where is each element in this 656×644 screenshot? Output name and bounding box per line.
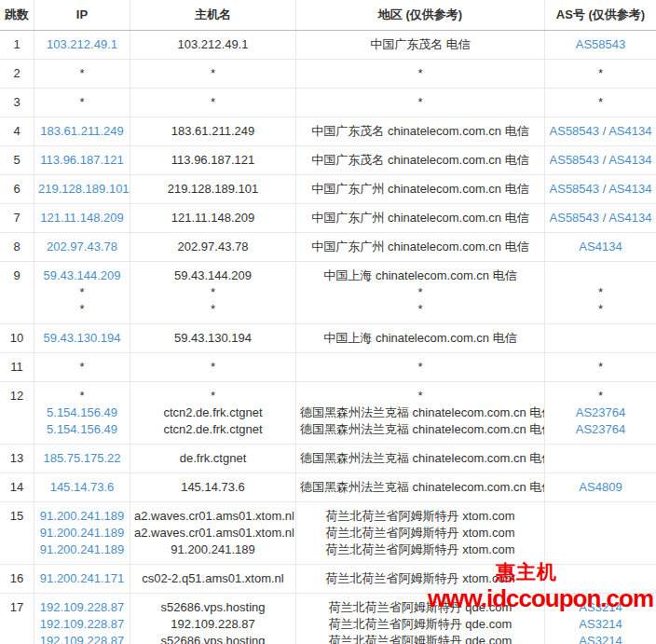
host-text: 202.97.43.78 — [178, 240, 249, 253]
table-row: 17192.109.228.87192.109.228.87192.109.22… — [0, 594, 656, 644]
cell-ip: 103.212.49.1 — [34, 31, 130, 59]
cell-line: 中国广东茂名 电信 — [300, 36, 540, 53]
table-row: 2**** — [0, 60, 656, 89]
cell-ip: 219.128.189.101 — [34, 175, 130, 203]
as-link[interactable]: AS4134 — [608, 211, 651, 225]
as-link[interactable]: AS58543 — [576, 37, 626, 51]
ip-link[interactable]: 185.75.175.22 — [43, 451, 120, 465]
ip-link[interactable]: 91.200.241.189 — [40, 526, 124, 540]
table-row: 1059.43.130.19459.43.130.194中国上海 chinate… — [0, 324, 656, 353]
cell-line: 荷兰北荷兰省阿姆斯特丹 xtom.com — [300, 541, 540, 558]
ip-link[interactable]: 219.128.189.101 — [38, 182, 130, 196]
cell-hop: 9 — [0, 262, 34, 323]
as-link[interactable]: AS4134 — [579, 240, 622, 253]
host-text: * — [211, 360, 215, 374]
cell-ip: 202.97.43.78 — [34, 233, 130, 261]
ip-link[interactable]: 59.43.144.209 — [43, 268, 120, 282]
cell-hop: 1 — [0, 31, 34, 59]
ip-link[interactable]: 5.154.156.49 — [47, 405, 117, 419]
as-text: * — [598, 360, 603, 374]
cell-as: ** — [545, 262, 656, 323]
cell-region: 荷兰北荷兰省阿姆斯特丹 xtom.com荷兰北荷兰省阿姆斯特丹 xtom.com… — [296, 502, 545, 564]
table-row: 7121.11.148.209121.11.148.209中国广东广州 chin… — [0, 204, 656, 233]
cell-ip: * — [34, 60, 130, 88]
region-text: 中国广东广州 chinatelecom.com.cn 电信 — [311, 182, 528, 196]
cell-line: * — [38, 94, 126, 111]
ip-link[interactable]: 103.212.49.1 — [47, 37, 117, 51]
table-row: 4183.61.211.249183.61.211.249中国广东茂名 chin… — [0, 117, 656, 146]
as-link[interactable]: AS23764 — [576, 405, 626, 419]
cell-as — [545, 324, 656, 352]
as-link[interactable]: AS58543 — [550, 182, 600, 196]
as-link[interactable]: AS3214 — [579, 600, 622, 614]
as-link[interactable]: AS58543 — [550, 211, 600, 225]
region-text: 中国上海 chinatelecom.com.cn 电信 — [323, 268, 516, 282]
as-link[interactable]: AS58543 — [550, 124, 600, 138]
ip-link[interactable]: 192.109.228.87 — [40, 600, 124, 614]
cell-host: 202.97.43.78 — [130, 233, 296, 261]
as-link[interactable]: AS4134 — [608, 153, 651, 167]
region-text: * — [417, 360, 422, 374]
as-link[interactable]: AS4134 — [608, 182, 651, 196]
cell-as: *AS23764AS23764 — [545, 382, 656, 444]
cell-line: s52686.vps.hosting — [134, 599, 292, 616]
cell-as — [545, 565, 656, 593]
ip-link[interactable]: 59.43.130.194 — [43, 331, 120, 345]
cell-as: AS58543 / AS4134 — [545, 175, 656, 203]
cell-line: cs02-2.q51.ams01.xtom.nl — [134, 570, 292, 587]
ip-link[interactable]: 91.200.241.189 — [40, 509, 124, 523]
cell-line: * — [300, 284, 540, 301]
ip-link[interactable]: 183.61.211.249 — [40, 124, 123, 138]
cell-line: * — [549, 301, 652, 318]
cell-as: AS58543 — [545, 31, 656, 59]
cell-ip: 185.75.175.22 — [34, 445, 130, 473]
ip-link[interactable]: 192.109.228.87 — [40, 634, 124, 644]
region-text: * — [417, 389, 422, 403]
as-link[interactable]: AS3214 — [579, 617, 622, 631]
ip-text: * — [79, 285, 84, 299]
as-link[interactable]: AS3214 — [579, 634, 622, 644]
ip-link[interactable]: 145.14.73.6 — [50, 480, 115, 494]
ip-link[interactable]: 91.200.241.171 — [40, 571, 124, 585]
cell-line: 德国黑森州法兰克福 chinatelecom.com.cn 电信 — [300, 404, 540, 421]
ip-link[interactable]: 91.200.241.189 — [40, 542, 124, 556]
cell-hop: 2 — [0, 60, 34, 88]
as-link[interactable]: AS58543 — [550, 153, 600, 167]
as-link[interactable]: AS4809 — [579, 480, 622, 494]
as-separator: / — [599, 182, 608, 196]
ip-link[interactable]: 192.109.228.87 — [40, 617, 124, 631]
cell-line: 中国广东广州 chinatelecom.com.cn 电信 — [300, 210, 540, 226]
as-link[interactable]: AS23764 — [576, 422, 626, 436]
cell-hop: 16 — [0, 565, 34, 593]
cell-as: * — [545, 353, 656, 381]
cell-hop: 5 — [0, 146, 34, 174]
cell-ip: 59.43.130.194 — [34, 324, 130, 352]
cell-region: 德国黑森州法兰克福 chinatelecom.com.cn 电信 — [296, 473, 545, 501]
col-header-ip: IP — [34, 0, 130, 30]
cell-line: 103.212.49.1 — [134, 36, 292, 53]
cell-line: AS58543 / AS4134 — [549, 181, 652, 198]
cell-as: AS58543 / AS4134 — [545, 146, 656, 174]
cell-line: AS58543 / AS4134 — [549, 152, 652, 169]
ip-link[interactable]: 5.154.156.49 — [47, 422, 117, 436]
cell-region: * — [296, 89, 545, 116]
cell-line: 中国广东广州 chinatelecom.com.cn 电信 — [300, 181, 540, 198]
as-link[interactable]: AS4134 — [608, 124, 651, 138]
cell-region: 中国广东茂名 chinatelecom.com.cn 电信 — [296, 117, 545, 145]
cell-line: 德国黑森州法兰克福 chinatelecom.com.cn 电信 — [300, 479, 540, 496]
cell-line: * — [134, 284, 292, 301]
cell-as: * — [545, 89, 656, 116]
host-text: 91.200.241.189 — [171, 542, 254, 556]
ip-link[interactable]: 202.97.43.78 — [47, 240, 117, 253]
cell-line: 中国上海 chinatelecom.com.cn 电信 — [300, 330, 540, 347]
ip-text: * — [79, 95, 84, 109]
cell-line: 145.14.73.6 — [38, 479, 126, 496]
cell-host: cs02-2.q51.ams01.xtom.nl — [130, 565, 296, 593]
cell-line: 192.109.228.87 — [38, 633, 126, 644]
ip-link[interactable]: 121.11.148.209 — [40, 211, 123, 225]
table-row: 11**** — [0, 353, 656, 382]
host-text: 113.96.187.121 — [171, 153, 254, 167]
cell-line: 202.97.43.78 — [38, 239, 126, 255]
ip-link[interactable]: 113.96.187.121 — [40, 153, 123, 167]
cell-line: ctcn2.de.frk.ctgnet — [134, 404, 292, 421]
